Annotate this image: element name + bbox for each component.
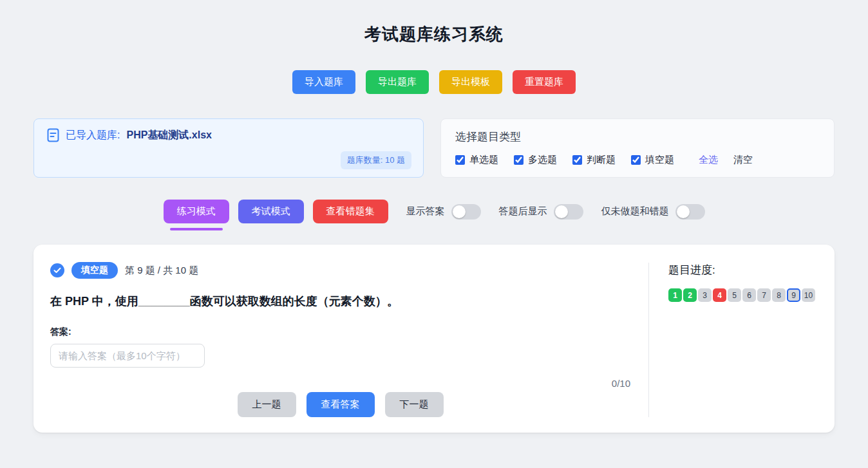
library-row: 已导入题库: PHP基础测试.xlsx xyxy=(47,128,411,142)
fill-blank-label: 填空题 xyxy=(645,154,674,166)
progress-box-4[interactable]: 4 xyxy=(713,288,726,302)
export-template-button[interactable]: 导出模板 xyxy=(439,70,502,94)
question-type-badge: 填空题 xyxy=(71,262,118,279)
clear-link[interactable]: 清空 xyxy=(733,154,753,166)
checkbox-multi-choice[interactable]: 多选题 xyxy=(514,154,557,166)
progress-box-10[interactable]: 10 xyxy=(802,288,815,302)
library-label: 已导入题库: xyxy=(66,129,120,142)
progress-box-7[interactable]: 7 xyxy=(757,288,771,302)
progress-box-8[interactable]: 8 xyxy=(772,288,786,302)
question-count-badge: 题库数量: 10 题 xyxy=(341,151,411,169)
toggle-knob xyxy=(555,205,568,218)
question-type-title: 选择题目类型 xyxy=(455,129,820,144)
select-all-link[interactable]: 全选 xyxy=(699,154,718,166)
info-panels: 已导入题库: PHP基础测试.xlsx 题库数量: 10 题 选择题目类型 单选… xyxy=(33,118,835,178)
page: 考试题库练习系统 导入题库 导出题库 导出模板 重置题库 已导入题库: PHP基… xyxy=(0,0,868,433)
question-header: 填空题 第 9 题 / 共 10 题 xyxy=(50,262,630,279)
progress-box-3[interactable]: 3 xyxy=(698,288,712,302)
page-title: 考试题库练习系统 xyxy=(33,0,835,46)
multi-choice-checkbox-input[interactable] xyxy=(514,155,524,165)
question-card: 填空题 第 9 题 / 共 10 题 在 PHP 中，使用________函数可… xyxy=(33,245,835,433)
question-text: 在 PHP 中，使用________函数可以获取数组的长度（元素个数）。 xyxy=(50,294,630,309)
true-false-checkbox-input[interactable] xyxy=(572,155,582,165)
prev-question-button[interactable]: 上一题 xyxy=(238,392,296,417)
single-choice-label: 单选题 xyxy=(469,154,498,166)
answer-label: 答案: xyxy=(50,326,630,338)
exam-mode-button[interactable]: 考试模式 xyxy=(238,200,304,223)
library-filename: PHP基础测试.xlsx xyxy=(126,129,211,142)
mode-bar: 练习模式 考试模式 查看错题集 显示答案 答题后显示 仅未做题和错题 xyxy=(33,200,835,223)
document-icon xyxy=(47,128,59,142)
show-after-answer-toggle[interactable] xyxy=(554,204,583,220)
toggle-show-after-answer: 答题后显示 xyxy=(499,204,583,220)
question-nav: 上一题 查看答案 下一题 xyxy=(50,392,630,417)
progress-box-9[interactable]: 9 xyxy=(787,288,800,302)
checkbox-fill-blank[interactable]: 填空题 xyxy=(631,154,674,166)
toggle-knob xyxy=(453,205,466,218)
only-undone-wrong-label: 仅未做题和错题 xyxy=(601,205,669,218)
question-type-options: 单选题 多选题 判断题 填空题 全选 清空 xyxy=(455,154,820,166)
toggle-only-undone-wrong: 仅未做题和错题 xyxy=(601,204,705,220)
true-false-label: 判断题 xyxy=(587,154,616,166)
export-bank-button[interactable]: 导出题库 xyxy=(366,70,429,94)
show-after-answer-label: 答题后显示 xyxy=(499,205,547,218)
toggle-knob xyxy=(677,205,690,218)
answered-check-icon xyxy=(50,263,64,277)
library-panel: 已导入题库: PHP基础测试.xlsx 题库数量: 10 题 xyxy=(33,118,424,178)
progress-box-6[interactable]: 6 xyxy=(742,288,756,302)
checkbox-single-choice[interactable]: 单选题 xyxy=(455,154,498,166)
next-question-button[interactable]: 下一题 xyxy=(385,392,444,417)
question-area: 填空题 第 9 题 / 共 10 题 在 PHP 中，使用________函数可… xyxy=(33,245,648,433)
reset-bank-button[interactable]: 重置题库 xyxy=(513,70,576,94)
wrong-set-button[interactable]: 查看错题集 xyxy=(313,200,388,223)
question-type-panel: 选择题目类型 单选题 多选题 判断题 填空题 全选 xyxy=(440,118,835,178)
practice-mode-button[interactable]: 练习模式 xyxy=(164,200,229,223)
toggle-show-answer: 显示答案 xyxy=(406,204,481,220)
multi-choice-label: 多选题 xyxy=(528,154,557,166)
progress-box-5[interactable]: 5 xyxy=(728,288,741,302)
progress-box-1[interactable]: 1 xyxy=(668,288,682,302)
progress-sidebar: 题目进度: 1 2 3 4 5 6 7 8 9 10 xyxy=(649,245,835,433)
only-undone-wrong-toggle[interactable] xyxy=(675,204,705,220)
fill-blank-checkbox-input[interactable] xyxy=(631,155,641,165)
show-answer-button[interactable]: 查看答案 xyxy=(307,392,375,417)
checkbox-true-false[interactable]: 判断题 xyxy=(572,154,616,166)
toolbar: 导入题库 导出题库 导出模板 重置题库 xyxy=(33,70,835,94)
show-answer-label: 显示答案 xyxy=(406,205,445,218)
progress-title: 题目进度: xyxy=(668,263,819,277)
question-position: 第 9 题 / 共 10 题 xyxy=(125,265,198,277)
char-count: 0/10 xyxy=(612,378,630,389)
show-answer-toggle[interactable] xyxy=(451,204,481,220)
progress-grid: 1 2 3 4 5 6 7 8 9 10 xyxy=(668,288,819,302)
progress-box-2[interactable]: 2 xyxy=(683,288,697,302)
import-bank-button[interactable]: 导入题库 xyxy=(292,70,355,94)
answer-input[interactable] xyxy=(50,344,205,368)
single-choice-checkbox-input[interactable] xyxy=(455,155,465,165)
